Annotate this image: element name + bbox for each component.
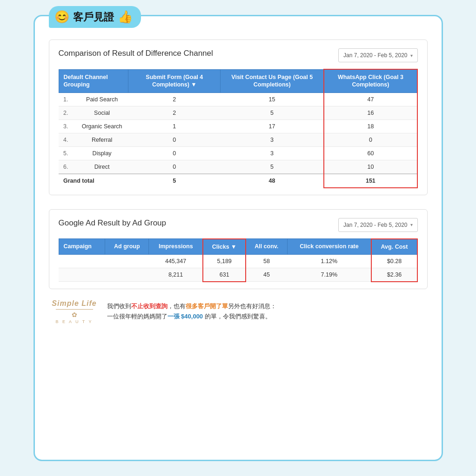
comparison-title: Comparison of Result of Difference Chann… [59, 48, 213, 59]
total-goal3: 151 [324, 174, 417, 188]
footer-pre1: 我們收到 [107, 303, 131, 310]
footer-section: Simple Life ✿ B E A U T Y 我們收到不止收到查詢，也有很… [49, 299, 428, 324]
col-goal4: Submit Form (Goal 4 Completions) ▼ [128, 69, 221, 93]
adgroup-val [105, 268, 149, 282]
col-adgroup: Ad group [105, 239, 149, 255]
footer-description: 我們收到不止收到查詢，也有很多客戶開了單另外也有好消息： 一位很年輕的媽媽開了一… [107, 301, 276, 322]
row-num: 3. [59, 119, 75, 133]
row-num: 4. [59, 133, 75, 146]
logo-flower-icon: ✿ [72, 311, 77, 318]
ccr-val: 1.12% [287, 254, 371, 268]
goal3-val: 16 [324, 106, 417, 119]
footer-pre2: 一位很年輕的媽媽開了 [107, 313, 168, 320]
table-row: 4. Referral 0 3 0 [59, 133, 417, 146]
col-campaign: Campaign [59, 239, 105, 255]
col-goal3: WhatsApp Click (Goal 3 Completions) [324, 69, 417, 93]
row-num: 5. [59, 146, 75, 160]
impressions-val: 8,211 [149, 268, 203, 282]
ads-table: Campaign Ad group Impressions Clicks ▼ A… [59, 238, 418, 282]
table-row: 5. Display 0 3 60 [59, 146, 417, 160]
goal5-val: 3 [221, 133, 324, 146]
goal3-val: 18 [324, 119, 417, 133]
comparison-date-range[interactable]: Jan 7, 2020 - Feb 5, 2020 ▾ [338, 48, 417, 62]
clicks-val: 631 [203, 268, 246, 282]
header-title: 客戶見證 [73, 10, 114, 24]
goal5-val: 17 [221, 119, 324, 133]
allconv-val: 58 [246, 254, 287, 268]
goal4-val: 0 [128, 160, 221, 174]
logo-divider [56, 309, 93, 310]
logo-main-text: Simple Life [52, 299, 96, 308]
goal3-val: 47 [324, 93, 417, 106]
avgcost-val: $0.28 [371, 254, 417, 268]
ads-panel: Google Ad Result by Ad Group Jan 7, 2020… [49, 209, 428, 289]
goal5-val: 5 [221, 106, 324, 119]
ads-title: Google Ad Result by Ad Group [59, 218, 167, 228]
total-goal5: 48 [221, 174, 324, 188]
brand-logo: Simple Life ✿ B E A U T Y [51, 299, 98, 324]
ads-panel-header: Google Ad Result by Ad Group Jan 7, 2020… [59, 218, 418, 232]
ads-table-row: 8,211 631 45 7.19% $2.36 [59, 268, 417, 282]
col-ccr: Click conversion rate [287, 239, 371, 255]
footer-orange1: 很多客戶開了單 [186, 303, 228, 310]
row-num: 6. [59, 160, 75, 174]
main-card: 😊 客戶見證 👍 Comparison of Result of Differe… [34, 15, 443, 461]
clicks-val: 5,189 [203, 254, 246, 268]
table-row: 2. Social 2 5 16 [59, 106, 417, 119]
channel-name: Paid Search [75, 93, 128, 106]
goal3-val: 10 [324, 160, 417, 174]
impressions-val: 445,347 [149, 254, 203, 268]
comparison-table: Default Channel Grouping Submit Form (Go… [59, 69, 418, 188]
col-impressions: Impressions [149, 239, 203, 255]
channel-name: Direct [75, 160, 128, 174]
footer-red1: 不止收到查詢 [131, 303, 168, 310]
footer-post2: 的單，令我們感到驚喜。 [203, 313, 271, 320]
goal5-val: 3 [221, 146, 324, 160]
ads-date-text: Jan 7, 2020 - Feb 5, 2020 [343, 222, 407, 228]
col-avgcost: Avg. Cost [371, 239, 417, 255]
goal4-val: 0 [128, 133, 221, 146]
row-num: 2. [59, 106, 75, 119]
col-goal5: Visit Contact Us Page (Goal 5 Completion… [221, 69, 324, 93]
col-allconv: All conv. [246, 239, 287, 255]
goal4-val: 2 [128, 106, 221, 119]
goal3-val: 0 [324, 133, 417, 146]
goal4-val: 2 [128, 93, 221, 106]
campaign-val [59, 268, 105, 282]
footer-mid1: ，也有 [168, 303, 186, 310]
comparison-date-text: Jan 7, 2020 - Feb 5, 2020 [343, 52, 407, 59]
goal4-val: 0 [128, 146, 221, 160]
table-row: 3. Organic Search 1 17 18 [59, 119, 417, 133]
avgcost-val: $2.36 [371, 268, 417, 282]
row-num: 1. [59, 93, 75, 106]
comparison-panel-header: Comparison of Result of Difference Chann… [59, 48, 418, 62]
smile-emoji: 😊 [54, 10, 69, 24]
comparison-panel: Comparison of Result of Difference Chann… [49, 40, 428, 195]
channel-name: Display [75, 146, 128, 160]
grand-total-label: Grand total [59, 174, 128, 188]
ads-table-row: 445,347 5,189 58 1.12% $0.28 [59, 254, 417, 268]
date-dropdown-arrow: ▾ [410, 53, 413, 58]
logo-sub-text: B E A U T Y [55, 319, 93, 324]
channel-name: Organic Search [75, 119, 128, 133]
goal5-val: 15 [221, 93, 324, 106]
adgroup-val [105, 254, 149, 268]
goal5-val: 5 [221, 160, 324, 174]
channel-name: Social [75, 106, 128, 119]
goal4-val: 1 [128, 119, 221, 133]
ccr-val: 7.19% [287, 268, 371, 282]
allconv-val: 45 [246, 268, 287, 282]
col-clicks: Clicks ▼ [203, 239, 246, 255]
ads-date-range[interactable]: Jan 7, 2020 - Feb 5, 2020 ▾ [338, 218, 417, 232]
header-bubble: 😊 客戶見證 👍 [49, 6, 141, 28]
goal3-val: 60 [324, 146, 417, 160]
table-row: 1. Paid Search 2 15 47 [59, 93, 417, 106]
date-dropdown-arrow2: ▾ [410, 222, 413, 227]
table-row: 6. Direct 0 5 10 [59, 160, 417, 174]
footer-post1: 另外也有好消息： [228, 303, 276, 310]
col-channel: Default Channel Grouping [59, 69, 128, 93]
campaign-val [59, 254, 105, 268]
thumbs-up-emoji: 👍 [118, 10, 133, 24]
grand-total-row: Grand total 5 48 151 [59, 174, 417, 188]
channel-name: Referral [75, 133, 128, 146]
